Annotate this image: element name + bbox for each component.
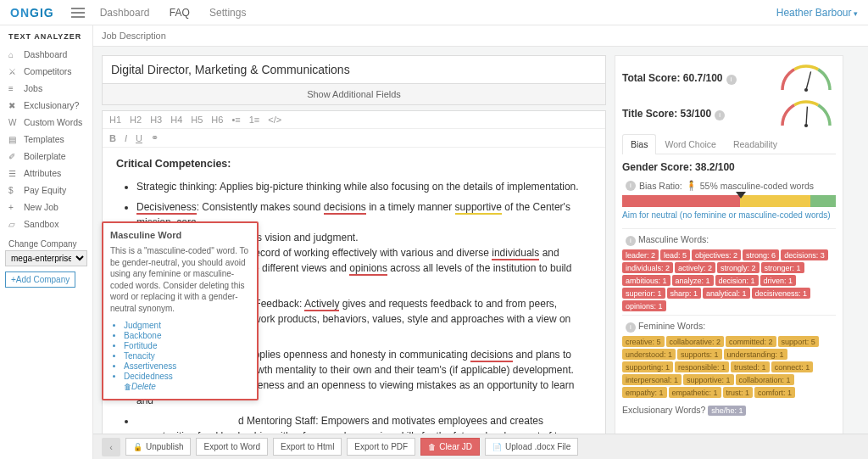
nav-settings[interactable]: Settings — [209, 7, 246, 19]
format-h4[interactable]: H4 — [170, 115, 182, 125]
word-tag[interactable]: creative: 5 — [622, 336, 665, 347]
word-tag[interactable]: interpersonal: 1 — [622, 374, 682, 385]
word-tag[interactable]: strong: 6 — [743, 249, 779, 260]
hamburger-icon[interactable] — [71, 8, 85, 18]
clear-jd-button[interactable]: 🗑Clear JD — [420, 438, 480, 456]
info-icon[interactable]: i — [626, 181, 636, 191]
word-tag[interactable]: committed: 2 — [726, 336, 776, 347]
word-tag[interactable]: sharp: 1 — [667, 288, 702, 299]
sidebar-item-dashboard[interactable]: ⌂Dashboard — [5, 46, 87, 63]
format-h6[interactable]: H6 — [211, 115, 223, 125]
sidebar-item-boilerplate[interactable]: ✐Boilerplate — [5, 148, 87, 165]
export-pdf-button[interactable]: Export to PDF — [347, 438, 415, 456]
word-tag[interactable]: supporting: 1 — [622, 361, 673, 372]
dashboard-icon: ⌂ — [8, 50, 19, 59]
word-tag[interactable]: trusted: 1 — [731, 361, 770, 372]
sidebar-item-new-job[interactable]: +New Job — [5, 199, 87, 216]
sidebar-item-jobs[interactable]: ≡Jobs — [5, 80, 87, 97]
format-link[interactable]: ⚭ — [151, 132, 159, 143]
format-h2[interactable]: H2 — [130, 115, 142, 125]
unpublish-button[interactable]: 🔓Unpublish — [125, 438, 191, 456]
upload-docx-button[interactable]: 📄Upload .docx File — [485, 438, 578, 456]
format-underline[interactable]: U — [136, 133, 142, 143]
suggestion-item[interactable]: Assertiveness — [124, 361, 250, 371]
info-icon[interactable]: i — [726, 75, 737, 85]
tab-word-choice[interactable]: Word Choice — [656, 134, 725, 154]
word-tag[interactable]: supportive: 1 — [683, 374, 734, 385]
word-tag[interactable]: driven: 1 — [760, 275, 797, 286]
word-tag[interactable]: ambitious: 1 — [622, 275, 670, 286]
word-tag[interactable]: understood: 1 — [622, 349, 676, 360]
tab-bias[interactable]: Bias — [622, 134, 656, 154]
competencies-heading: Critical Competencies: — [116, 156, 592, 172]
show-additional-fields[interactable]: Show Additional Fields — [102, 84, 606, 105]
format-h5[interactable]: H5 — [191, 115, 203, 125]
add-company-button[interactable]: +Add Company — [5, 271, 75, 288]
job-title[interactable]: Digital Director, Marketing & Communicat… — [102, 55, 606, 84]
person-icon: 🧍 — [686, 180, 697, 191]
delete-word[interactable]: Delete — [124, 382, 250, 391]
word-tag[interactable]: comfort: 1 — [754, 387, 795, 398]
word-tag[interactable]: decisions: 3 — [781, 249, 828, 260]
word-tag[interactable]: decisiveness: 1 — [752, 288, 811, 299]
exclusionary-tag[interactable]: she/he: 1 — [708, 406, 746, 416]
sidebar-item-pay-equity[interactable]: $Pay Equity — [5, 182, 87, 199]
format-h1[interactable]: H1 — [109, 115, 121, 125]
word-tag[interactable]: stronger: 1 — [761, 262, 804, 273]
pay-equity-icon: $ — [8, 186, 19, 195]
word-tag[interactable]: opinions: 1 — [622, 300, 666, 311]
word-tag[interactable]: leader: 2 — [622, 249, 659, 260]
word-tag[interactable]: trust: 1 — [723, 387, 754, 398]
word-tag[interactable]: decision: 1 — [715, 275, 759, 286]
format-bold[interactable]: B — [109, 133, 116, 143]
word-tag[interactable]: responsible: 1 — [675, 361, 729, 372]
word-tag[interactable]: collaborative: 2 — [666, 336, 725, 347]
export-word-button[interactable]: Export to Word — [196, 438, 268, 456]
info-icon[interactable]: i — [626, 236, 636, 246]
word-tag[interactable]: collaboration: 1 — [736, 374, 794, 385]
word-tag[interactable]: empathetic: 1 — [669, 387, 721, 398]
word-tag[interactable]: understanding: 1 — [724, 349, 787, 360]
sidebar-item-attributes[interactable]: ☰Attributes — [5, 165, 87, 182]
word-tag[interactable]: individuals: 2 — [622, 262, 673, 273]
format-italic[interactable]: I — [125, 133, 127, 143]
word-tag[interactable]: strongly: 2 — [717, 262, 760, 273]
word-tag[interactable]: lead: 5 — [660, 249, 690, 260]
nav-faq[interactable]: FAQ — [170, 7, 190, 19]
word-tag[interactable]: analyze: 1 — [672, 275, 714, 286]
sidebar-heading: TEXT ANALYZER — [5, 32, 87, 41]
suggestion-item[interactable]: Judgment — [124, 321, 250, 330]
total-score-gauge — [776, 63, 836, 93]
nav-dashboard[interactable]: Dashboard — [100, 7, 150, 19]
chevron-left-icon[interactable]: ‹ — [102, 438, 120, 456]
suggestion-item[interactable]: Backbone — [124, 331, 250, 340]
suggestion-item[interactable]: Decidedness — [124, 372, 250, 381]
word-tag[interactable]: connect: 1 — [771, 361, 814, 372]
sidebar-item-sandbox[interactable]: ▱Sandbox — [5, 216, 87, 232]
word-tag[interactable]: supports: 1 — [677, 349, 722, 360]
suggestion-item[interactable]: Fortitude — [124, 341, 250, 350]
info-icon[interactable]: i — [626, 322, 636, 333]
aim-hint[interactable]: Aim for neutral (no feminine or masculin… — [622, 210, 836, 220]
sidebar-item-custom-words[interactable]: WCustom Words — [5, 114, 87, 131]
format-ol[interactable]: 1≡ — [249, 115, 260, 125]
word-tag[interactable]: objectives: 2 — [692, 249, 741, 260]
plus-icon: + — [8, 203, 19, 212]
export-html-button[interactable]: Export to Html — [273, 438, 342, 456]
format-code[interactable]: </> — [268, 115, 281, 125]
format-ul[interactable]: •≡ — [231, 115, 240, 125]
suggestion-item[interactable]: Tenacity — [124, 351, 250, 361]
sidebar-item-competitors[interactable]: ⚔Competitors — [5, 63, 87, 80]
word-tag[interactable]: support: 5 — [778, 336, 819, 347]
tab-readability[interactable]: Readability — [725, 134, 786, 154]
word-tag[interactable]: analytical: 1 — [703, 288, 750, 299]
word-tag[interactable]: superior: 1 — [622, 288, 665, 299]
sidebar-item-templates[interactable]: ▤Templates — [5, 131, 87, 148]
info-icon[interactable]: i — [715, 110, 725, 120]
format-h3[interactable]: H3 — [150, 115, 162, 125]
company-select[interactable]: mega-enterprises — [5, 250, 87, 266]
user-menu[interactable]: Heather Barbour — [776, 7, 858, 19]
word-tag[interactable]: empathy: 1 — [622, 387, 667, 398]
word-tag[interactable]: actively: 2 — [675, 262, 715, 273]
sidebar-item-exclusionary[interactable]: ✖Exclusionary? — [5, 97, 87, 114]
